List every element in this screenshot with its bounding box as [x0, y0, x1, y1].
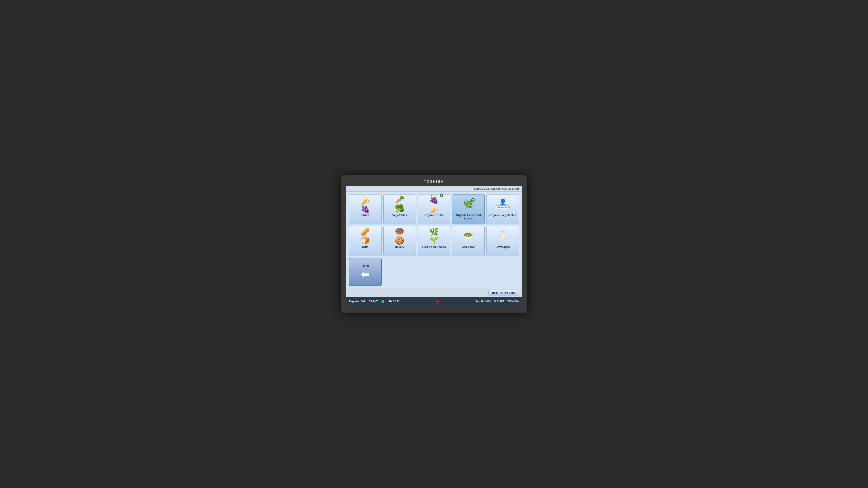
- organic-herbs-label: Organic Herbs and Spices: [454, 214, 483, 221]
- screen-header: TOSHIBA MOD SUREPOS ACE CC 98-101: [346, 186, 522, 192]
- category-nuts[interactable]: 🥜🍞 Nuts: [349, 226, 382, 256]
- nuts-icon: 🥜🍞: [358, 228, 373, 243]
- organic-fruits-label: Organic Fruits: [425, 214, 444, 217]
- operator-name: GRANT: [369, 300, 378, 303]
- back-label: Back: [362, 264, 369, 268]
- category-organic-vegetables[interactable]: 👤 Coming Soon Organic_Vegetables: [486, 194, 519, 224]
- fruits-icon: 🍌🍇: [358, 197, 373, 212]
- category-salad-bar[interactable]: 🥗 Salad Bar: [452, 226, 485, 256]
- screen: TOSHIBA MOD SUREPOS ACE CC 98-101 🍌🍇 Fru…: [346, 186, 522, 306]
- vegetables-icon: 🥕🥦: [392, 197, 407, 212]
- category-herbs-spices[interactable]: 🌿🌱 Herbs and Spices: [417, 226, 451, 256]
- category-bakery[interactable]: 🍩🍪 Bakery: [383, 226, 416, 256]
- empty-3: [452, 258, 485, 286]
- category-vegetables[interactable]: 🥕🥦 Vegetables: [383, 194, 416, 224]
- category-fruits[interactable]: 🍌🍇 Fruits: [349, 194, 382, 224]
- vegetables-label: Vegetables: [392, 214, 407, 217]
- nuts-label: Nuts: [362, 245, 368, 249]
- bakery-label: Bakery: [395, 245, 404, 249]
- fruits-label: Fruits: [362, 214, 369, 217]
- organic-fruits-icon: 🍇🍌 ✿: [427, 197, 441, 212]
- date-display: Sep 18, 2023: [475, 300, 491, 303]
- back-to-item-entry-button[interactable]: Back To Item Entry: [489, 290, 519, 296]
- category-organic-herbs[interactable]: 🌿 ✿ Organic Herbs and Spices: [452, 194, 485, 224]
- ipm-value: IPM 32.42: [388, 300, 400, 303]
- category-beverages[interactable]: 🥛 Beverages: [486, 226, 519, 256]
- bakery-icon: 🍩🍪: [392, 228, 407, 243]
- status-bar: Register: 007 GRANT IPM 32.42 Sep 18, 20…: [346, 297, 522, 306]
- alert-dot: [436, 300, 439, 303]
- status-brand: TOSHIBA: [507, 300, 519, 303]
- salad-icon: 🥗: [461, 228, 476, 243]
- herbs-label: Herbs and Spices: [422, 245, 445, 249]
- back-button[interactable]: Back ⬅: [349, 258, 382, 286]
- herbs-icon: 🌿🌱: [427, 228, 441, 243]
- beverages-label: Beverages: [496, 245, 510, 249]
- empty-1: [383, 258, 416, 286]
- organic-vegetables-icon: 👤 Coming Soon: [495, 197, 510, 212]
- time-display: 5:54 PM: [494, 300, 504, 303]
- organic-vegetables-label: Organic_Vegetables: [489, 214, 516, 217]
- category-grid: 🍌🍇 Fruits 🥕🥦 Vegetables 🍇🍌 ✿ Organic Fru…: [346, 192, 522, 289]
- monitor: TOSHIBA TOSHIBA MOD SUREPOS ACE CC 98-10…: [341, 175, 527, 313]
- back-arrow-icon: ⬅: [361, 269, 370, 280]
- empty-2: [417, 258, 451, 286]
- organic-herbs-icon: 🌿 ✿: [461, 197, 476, 212]
- register-info: Register: 007: [349, 300, 365, 303]
- system-info: TOSHIBA MOD SUREPOS ACE CC 98-101: [472, 188, 519, 190]
- category-organic-fruits[interactable]: 🍇🍌 ✿ Organic Fruits: [417, 194, 451, 224]
- bottom-bar: Back To Item Entry: [346, 289, 522, 297]
- beverages-icon: 🥛: [495, 228, 510, 243]
- ipm-indicator: [381, 300, 384, 303]
- salad-label: Salad Bar: [462, 245, 475, 249]
- coming-soon-badge: Coming Soon: [496, 205, 510, 209]
- empty-4: [486, 258, 519, 286]
- monitor-brand: TOSHIBA: [346, 180, 522, 184]
